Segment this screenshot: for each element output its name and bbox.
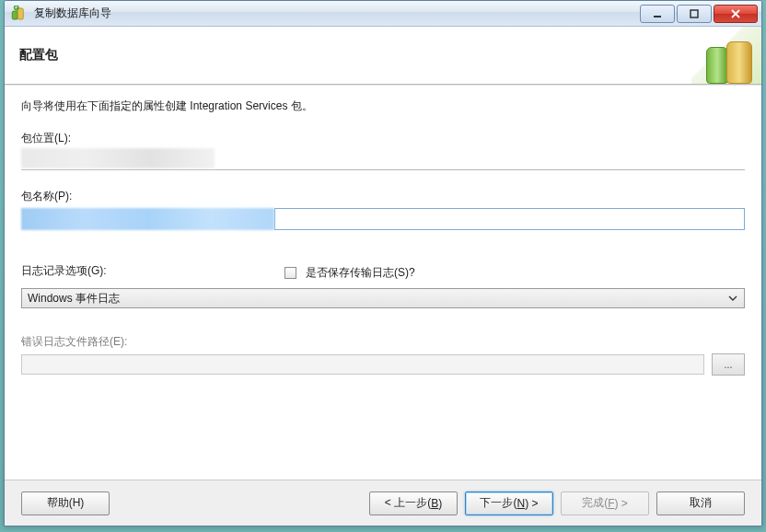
app-icon (10, 6, 27, 22)
wizard-footer: 帮助(H) < 上一步(B) 下一步(N) > 完成(F) > 取消 (5, 480, 761, 526)
cancel-button[interactable]: 取消 (656, 492, 745, 515)
redacted-region (21, 148, 215, 168)
wizard-content: 向导将使用在下面指定的属性创建 Integration Services 包。 … (5, 86, 761, 480)
minimize-icon (652, 8, 663, 19)
log-option-select[interactable]: Windows 事件日志 (21, 288, 745, 308)
minimize-button[interactable] (640, 5, 675, 23)
browse-button[interactable]: ... (712, 353, 745, 376)
back-button[interactable]: < 上一步(B) (369, 492, 458, 515)
next-button[interactable]: 下一步(N) > (465, 492, 553, 515)
error-path-input (21, 354, 704, 375)
window-controls (640, 5, 758, 23)
svg-rect-0 (12, 11, 17, 19)
save-transfer-log-label: 是否保存传输日志(S)? (306, 265, 415, 281)
header-cylinder-icon (726, 41, 752, 84)
description-text: 向导将使用在下面指定的属性创建 Integration Services 包。 (21, 98, 745, 114)
svg-rect-2 (654, 16, 661, 17)
redacted-region (21, 208, 274, 230)
page-title: 配置包 (19, 47, 58, 64)
chevron-down-icon (725, 292, 740, 305)
finish-button: 完成(F) > (561, 492, 649, 515)
wizard-header: 配置包 (5, 27, 761, 84)
maximize-icon (689, 8, 700, 19)
help-button-label: 帮助(H) (47, 495, 85, 511)
close-icon (730, 8, 741, 19)
cancel-button-label: 取消 (690, 495, 712, 511)
wizard-window: 复制数据库向导 配置包 向导将使用在下面指定的属性创建 Integration … (4, 0, 762, 526)
svg-rect-3 (691, 10, 698, 17)
svg-rect-1 (17, 8, 23, 19)
package-name-input[interactable] (274, 208, 745, 230)
save-transfer-log-checkbox[interactable] (284, 267, 296, 279)
error-path-label: 错误日志文件路径(E): (21, 334, 745, 350)
window-title: 复制数据库向导 (34, 6, 640, 21)
titlebar[interactable]: 复制数据库向导 (5, 1, 761, 27)
maximize-button[interactable] (677, 5, 712, 23)
close-button[interactable] (714, 5, 758, 23)
help-button[interactable]: 帮助(H) (21, 492, 110, 515)
package-name-label: 包名称(P): (21, 189, 745, 204)
package-location-label: 包位置(L): (21, 131, 745, 146)
log-option-selected-value: Windows 事件日志 (28, 291, 120, 306)
log-option-label: 日志记录选项(G): (21, 263, 279, 279)
header-cylinder-icon (706, 47, 728, 84)
